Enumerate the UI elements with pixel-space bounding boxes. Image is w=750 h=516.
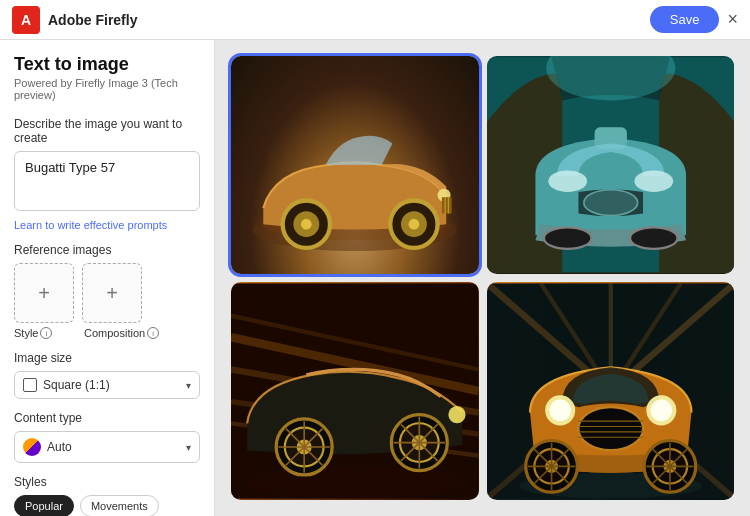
- auto-icon: [23, 438, 41, 456]
- style-tabs: Popular Movements Themes: [14, 495, 200, 516]
- svg-point-25: [247, 466, 462, 498]
- car-image-3: [231, 282, 479, 500]
- main-content: Text to image Powered by Firefly Image 3…: [0, 40, 750, 516]
- car1-svg: [231, 56, 479, 274]
- styles-section: Styles Popular Movements Themes: [14, 475, 200, 516]
- save-button[interactable]: Save: [650, 6, 720, 33]
- style-tab-popular[interactable]: Popular: [14, 495, 74, 516]
- chevron-down-icon-2: ▾: [186, 442, 191, 453]
- chevron-down-icon: ▾: [186, 380, 191, 391]
- car2-svg: [487, 56, 735, 274]
- adobe-logo: A: [12, 6, 40, 34]
- svg-point-17: [544, 227, 591, 249]
- svg-point-18: [630, 227, 677, 249]
- car-image-1: [231, 56, 479, 274]
- svg-point-14: [548, 170, 587, 192]
- ref-labels-row: Style i Composition i: [14, 327, 200, 339]
- prompt-input[interactable]: Bugatti Type 57: [14, 151, 200, 211]
- ref-image-style[interactable]: +: [14, 263, 74, 323]
- logo-text: A: [21, 12, 31, 28]
- header-right: Save ×: [650, 6, 738, 33]
- sidebar-title: Text to image: [14, 54, 200, 75]
- reference-images-label: Reference images: [14, 243, 200, 257]
- image-size-value: Square (1:1): [43, 378, 110, 392]
- image-card-4[interactable]: [487, 282, 735, 500]
- svg-point-51: [549, 400, 571, 422]
- image-size-select[interactable]: Square (1:1) ▾: [14, 371, 200, 399]
- sidebar-subtitle: Powered by Firefly Image 3 (Tech preview…: [14, 77, 200, 101]
- svg-point-54: [578, 407, 643, 450]
- app-header: A Adobe Firefly Save ×: [0, 0, 750, 40]
- composition-info-icon[interactable]: i: [147, 327, 159, 339]
- reference-images-row: + +: [14, 263, 200, 323]
- content-type-select[interactable]: Auto ▾: [14, 431, 200, 463]
- image-size-label: Image size: [14, 351, 200, 365]
- content-type-label: Content type: [14, 411, 200, 425]
- image-size-left: Square (1:1): [23, 378, 110, 392]
- sidebar: Text to image Powered by Firefly Image 3…: [0, 40, 215, 516]
- prompt-label: Describe the image you want to create: [14, 117, 200, 145]
- content-type-value: Auto: [47, 440, 72, 454]
- styles-label: Styles: [14, 475, 200, 489]
- composition-label-text: Composition: [84, 327, 145, 339]
- svg-point-15: [634, 170, 673, 192]
- ref-label-composition: Composition i: [84, 327, 152, 339]
- image-card-2[interactable]: [487, 56, 735, 274]
- style-tab-movements[interactable]: Movements: [80, 495, 159, 516]
- ref-image-composition[interactable]: +: [82, 263, 142, 323]
- image-card-3[interactable]: [231, 282, 479, 500]
- car-image-4: [487, 282, 735, 500]
- learn-link[interactable]: Learn to write effective prompts: [14, 219, 200, 231]
- header-left: A Adobe Firefly: [12, 6, 137, 34]
- car3-svg: [231, 282, 479, 500]
- svg-point-4: [301, 219, 312, 230]
- add-style-icon: +: [38, 282, 50, 305]
- square-icon: [23, 378, 37, 392]
- car4-svg: [487, 282, 735, 500]
- image-card-1[interactable]: [231, 56, 479, 274]
- image-grid: [215, 40, 750, 516]
- app-title: Adobe Firefly: [48, 12, 137, 28]
- close-button[interactable]: ×: [727, 9, 738, 30]
- content-type-left: Auto: [23, 438, 72, 456]
- svg-point-7: [409, 219, 420, 230]
- ref-label-style: Style i: [14, 327, 82, 339]
- svg-point-53: [650, 400, 672, 422]
- style-label-text: Style: [14, 327, 38, 339]
- svg-point-40: [448, 406, 465, 423]
- car-image-2: [487, 56, 735, 274]
- add-composition-icon: +: [106, 282, 118, 305]
- style-info-icon[interactable]: i: [40, 327, 52, 339]
- svg-point-16: [583, 190, 637, 216]
